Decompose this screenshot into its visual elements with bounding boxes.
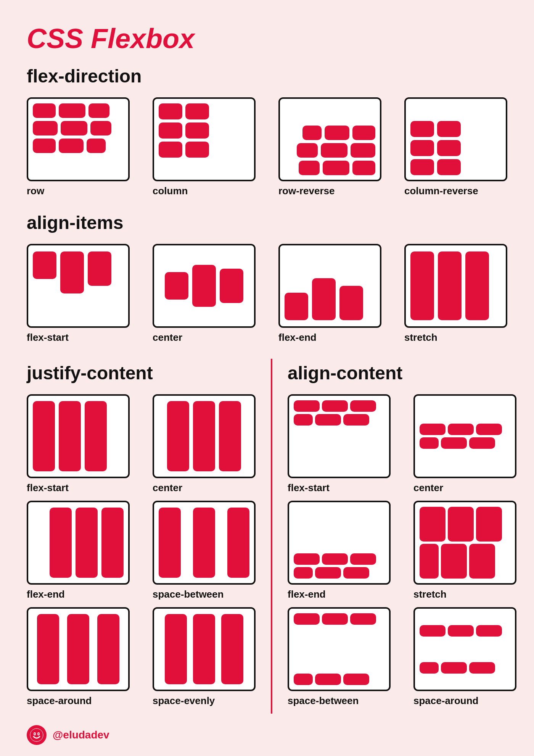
pb — [101, 508, 124, 578]
pb — [165, 272, 188, 300]
pb — [420, 662, 439, 674]
pb — [476, 625, 502, 637]
ac-center-box — [413, 394, 516, 478]
pb — [159, 508, 181, 578]
align-items-title: align-items — [27, 212, 507, 233]
pb — [192, 265, 216, 307]
pb — [441, 662, 467, 674]
fd-row-label: row — [27, 185, 44, 197]
pb — [294, 414, 313, 426]
pb — [350, 553, 376, 565]
pb — [448, 507, 474, 542]
ai-flex-end-label: flex-end — [278, 332, 317, 343]
pb — [285, 293, 308, 320]
fd-col-item: column — [153, 97, 256, 197]
pb — [88, 103, 109, 118]
pb — [410, 251, 434, 320]
pb — [350, 613, 376, 625]
justify-content-col: justify-content flex-start center — [27, 359, 272, 714]
ac-stretch-label: stretch — [413, 588, 447, 600]
pb — [420, 625, 446, 637]
ai-stretch-label: stretch — [404, 332, 437, 343]
pb — [97, 614, 119, 684]
pb — [85, 401, 107, 471]
align-content-title: align-content — [288, 363, 516, 384]
pb — [343, 674, 369, 685]
pb — [469, 662, 495, 674]
fd-col-box — [153, 97, 256, 181]
fd-col-rev-box — [404, 97, 507, 181]
ac-space-around-item: space-around — [413, 607, 516, 707]
pb — [438, 251, 462, 320]
pb — [33, 401, 55, 471]
ac-stretch-box — [413, 501, 516, 585]
flex-direction-row: row column — [27, 97, 507, 197]
pb — [322, 613, 348, 625]
justify-content-title: justify-content — [27, 363, 256, 384]
ac-flex-start-item: flex-start — [288, 394, 391, 494]
jc-flex-start-label: flex-start — [27, 482, 69, 494]
fd-row-rev-item: row-reverse — [278, 97, 381, 197]
pb — [302, 126, 322, 140]
fd-col-rev-label: column-reverse — [404, 185, 478, 197]
svg-point-0 — [30, 729, 43, 741]
flex-direction-title: flex-direction — [27, 66, 507, 87]
pb — [441, 437, 467, 449]
ac-flex-start-box — [288, 394, 391, 478]
main-title: CSS Flexbox — [27, 23, 507, 54]
ai-flex-start-item: flex-start — [27, 244, 130, 343]
pb — [159, 142, 182, 158]
ac-flex-end-label: flex-end — [288, 588, 326, 600]
ac-flex-end-box — [288, 501, 391, 585]
pb — [322, 400, 348, 412]
pb — [325, 126, 349, 140]
jc-space-between-label: space-between — [153, 588, 224, 600]
flex-direction-section: flex-direction row — [27, 66, 507, 197]
jc-flex-end-item: flex-end — [27, 501, 130, 600]
ac-center-item: center — [413, 394, 516, 494]
pb — [33, 251, 56, 279]
ac-space-between-item: space-between — [288, 607, 391, 707]
pb — [410, 140, 434, 156]
pb — [33, 103, 56, 118]
ai-flex-start-label: flex-start — [27, 332, 69, 343]
pb — [441, 544, 467, 579]
pb — [352, 126, 375, 140]
ai-flex-end-box — [278, 244, 381, 328]
pb — [352, 161, 375, 175]
bottom-section: justify-content flex-start center — [27, 359, 507, 714]
ai-center-label: center — [153, 332, 182, 343]
jc-space-evenly-item: space-evenly — [153, 607, 256, 707]
jc-row2: flex-end space-between — [27, 501, 256, 600]
jc-center-item: center — [153, 394, 256, 494]
ac-space-around-box — [413, 607, 516, 691]
pb — [465, 251, 489, 320]
ai-flex-start-box — [27, 244, 130, 328]
footer-logo — [27, 725, 47, 745]
fd-row-box — [27, 97, 130, 181]
jc-space-around-item: space-around — [27, 607, 130, 707]
ac-center-label: center — [413, 482, 443, 494]
fd-col-label: column — [153, 185, 188, 197]
pb — [59, 139, 84, 153]
pb — [76, 508, 98, 578]
pb — [33, 121, 58, 135]
pb — [59, 103, 85, 118]
jc-flex-start-box — [27, 394, 130, 478]
jc-center-label: center — [153, 482, 182, 494]
pb — [185, 103, 209, 119]
logo-icon — [30, 728, 43, 742]
pb — [350, 400, 376, 412]
pb — [193, 508, 215, 578]
ai-center-item: center — [153, 244, 256, 343]
ac-row1: flex-start center — [288, 394, 516, 494]
svg-point-3 — [34, 733, 35, 735]
pb — [315, 414, 341, 426]
ai-flex-end-item: flex-end — [278, 244, 381, 343]
pb — [59, 401, 81, 471]
pb — [294, 674, 313, 685]
pb — [437, 121, 461, 137]
pb — [312, 278, 336, 320]
pb — [294, 567, 313, 579]
pb — [299, 161, 320, 175]
